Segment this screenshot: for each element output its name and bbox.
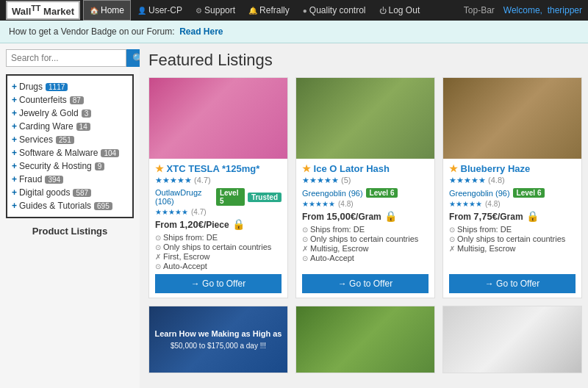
listing-body-1: ★ XTC TESLA *125mg* ★★★★★ (4.7) OutlawDr… — [149, 159, 287, 298]
category-item-jewelry--gold[interactable]: +Jewelry & Gold3 — [12, 107, 128, 120]
go-to-offer-btn-2[interactable]: → Go to Offer — [302, 274, 429, 293]
cat-badge: 695 — [94, 202, 112, 210]
search-input[interactable] — [6, 49, 126, 67]
check-escrow-icon: ✗ — [155, 253, 161, 261]
search-bar-area: 🔍 — [6, 49, 134, 67]
cat-plus-icon: + — [12, 95, 17, 105]
seller-stars-row-1: ★★★★★ (4.7) — [155, 208, 282, 216]
price-1: From 1,20€/Piece — [155, 219, 229, 230]
quality-control-icon: ● — [303, 7, 307, 15]
category-item-security--hosting[interactable]: +Security & Hosting9 — [12, 159, 128, 173]
seller-stars-icon-3: ★★★★★ — [449, 200, 482, 208]
listing-bottom-image-6 — [443, 306, 581, 373]
ships-from-detail: ⊙ Ships from: DE — [302, 225, 429, 234]
nav-label-home: Home — [101, 5, 124, 15]
ships-from-detail: ⊙ Ships from: DE — [155, 233, 282, 242]
sidebar-product-listings-title: Product Listings — [6, 226, 134, 237]
cat-plus-icon: + — [12, 174, 17, 184]
cat-label: Fraud — [19, 174, 42, 184]
nav-item-log-out[interactable]: ⏻Log Out — [373, 0, 427, 21]
listing-card-3: ★ Blueberry Haze ★★★★★ (4.8) Greengoblin… — [442, 77, 582, 298]
listing-details-2: ⊙ Ships from: DE ⊙ Only ships to certain… — [302, 225, 429, 263]
check-icon: ⊙ — [155, 262, 161, 270]
category-item-drugs[interactable]: +Drugs1117 — [12, 80, 128, 93]
level-badge-3: Level 6 — [513, 188, 545, 198]
category-item-digital-goods[interactable]: +Digital goods587 — [12, 186, 128, 199]
topbar-label: Top-Bar — [464, 5, 495, 15]
check-escrow-icon: ✗ — [302, 245, 308, 253]
ships-to-detail: ⊙ Only ships to certain countries — [155, 242, 282, 251]
seller-stars-icon-2: ★★★★★ — [302, 200, 335, 208]
username: theripper — [548, 5, 582, 15]
ships-to-detail: ⊙ Only ships to certain countries — [449, 234, 576, 243]
escrow1-detail: ✗ First, Escrow — [155, 252, 282, 261]
category-item-guides--tutorials[interactable]: +Guides & Tutorials695 — [12, 199, 128, 212]
ships-to-detail: ⊙ Only ships to certain countries — [302, 234, 429, 243]
navigation: 🏠Home👤User-CP⚙Support🔔Refrally●Quality c… — [83, 0, 455, 21]
seller-name-3[interactable]: Greengoblin (96) — [449, 189, 510, 198]
listings-row-bottom: Learn How we Making as High as $50,000 t… — [148, 306, 582, 373]
nav-item-home[interactable]: 🏠Home — [83, 0, 131, 21]
welcome-text: Welcome, theripper — [503, 5, 582, 15]
cat-badge: 104 — [101, 149, 119, 157]
seller-name-1[interactable]: OutlawDrugz (106) — [155, 188, 213, 206]
ad-text-4: Learn How we Making as High as $50,000 t… — [152, 326, 285, 353]
seller-row-2: Greengoblin (96) Level 6 — [302, 188, 429, 198]
go-to-offer-btn-3[interactable]: → Go to Offer — [449, 274, 576, 293]
go-to-offer-btn-1[interactable]: → Go to Offer — [155, 274, 282, 293]
level-badge-1: Level 5 — [216, 188, 245, 206]
star-icon: ★ — [155, 163, 164, 174]
category-item-fraud[interactable]: +Fraud394 — [12, 173, 128, 186]
globe-icon: ⊙ — [449, 235, 455, 243]
seller-row-3: Greengoblin (96) Level 6 — [449, 188, 576, 198]
category-item-carding-ware[interactable]: +Carding Ware14 — [12, 120, 128, 133]
cat-label: Digital goods — [19, 187, 70, 198]
ad-headline-4: Learn How we Making as High as — [155, 328, 282, 339]
listing-details-1: ⊙ Ships from: DE ⊙ Only ships to certain… — [155, 233, 282, 271]
nav-item-user-cp[interactable]: 👤User-CP — [131, 0, 189, 21]
seller-rating-3: (4.8) — [485, 200, 501, 208]
seller-stars-row-3: ★★★★★ (4.8) — [449, 200, 576, 208]
category-item-software--malware[interactable]: +Software & Malware104 — [12, 146, 128, 159]
infobar-link[interactable]: Read Here — [179, 26, 223, 37]
cat-plus-icon: + — [12, 201, 17, 211]
refrally-icon: 🔔 — [248, 7, 257, 15]
seller-rating-2: (4.8) — [338, 200, 354, 208]
cat-plus-icon: + — [12, 108, 17, 118]
category-item-services[interactable]: +Services251 — [12, 133, 128, 146]
seller-name-2[interactable]: Greengoblin (96) — [302, 189, 363, 198]
listings-row-top: ★ XTC TESLA *125mg* ★★★★★ (4.7) OutlawDr… — [148, 77, 582, 298]
cat-plus-icon: + — [12, 121, 17, 132]
category-item-counterfeits[interactable]: +Counterfeits87 — [12, 93, 128, 107]
nav-item-refrally[interactable]: 🔔Refrally — [242, 0, 296, 21]
cat-badge: 394 — [45, 176, 63, 184]
listing-image-3 — [443, 78, 581, 159]
nav-label-support: Support — [204, 5, 235, 15]
infobar-text: How to get a Vendor Badge on our Forum: — [9, 26, 174, 37]
listing-image-2 — [296, 78, 434, 159]
listing-body-2: ★ Ice O Lator Hash ★★★★★ (5) Greengoblin… — [296, 159, 434, 298]
nav-item-quality-control[interactable]: ●Quality control — [296, 0, 373, 21]
escrow-icon-3: 🔒 — [526, 210, 539, 222]
cat-plus-icon: + — [12, 82, 17, 92]
stars-icon: ★★★★★ — [302, 176, 339, 184]
escrow-icon-1: 🔒 — [232, 218, 245, 230]
nav-item-support[interactable]: ⚙Support — [189, 0, 242, 21]
price-row-3: From 7,75€/Gram 🔒 — [449, 210, 576, 222]
sidebar: 🔍 +Drugs1117+Counterfeits87+Jewelry & Go… — [0, 43, 140, 388]
cat-badge: 9 — [95, 162, 105, 170]
logo[interactable]: WallTT Market — [6, 1, 80, 20]
featured-listings-title: Featured Listings — [148, 51, 582, 70]
cat-label: Services — [19, 134, 53, 145]
cat-label: Security & Hosting — [19, 161, 92, 171]
listing-rating-3: ★★★★★ (4.8) — [449, 176, 576, 185]
cat-label: Carding Ware — [19, 121, 74, 132]
listing-rating-2: ★★★★★ (5) — [302, 176, 429, 185]
trusted-badge: Trusted — [248, 193, 282, 202]
nav-label-user-cp: User-CP — [148, 5, 182, 15]
ship-icon: ⊙ — [155, 234, 161, 242]
escrow-icon-2: 🔒 — [384, 210, 397, 222]
nav-label-refrally: Refrally — [259, 5, 290, 15]
star-icon: ★ — [449, 163, 458, 174]
cat-badge: 14 — [76, 123, 90, 131]
